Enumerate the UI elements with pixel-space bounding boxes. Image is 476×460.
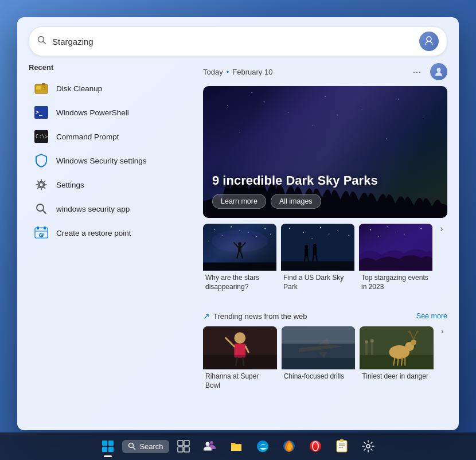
recent-item-disk-cleanup[interactable]: Disk Cleanup xyxy=(29,76,189,100)
svg-point-60 xyxy=(370,229,371,230)
taskbar-search-box[interactable]: Search xyxy=(122,440,169,453)
settings-icon xyxy=(361,439,375,453)
recent-item-security-app[interactable]: windows security app xyxy=(29,197,189,221)
hero-title: 9 incredible Dark Sky Parks xyxy=(212,173,438,188)
firefox-button[interactable] xyxy=(277,434,301,458)
recent-label-security-app: windows security app xyxy=(56,205,130,213)
news-card-china[interactable]: China-focused drills xyxy=(282,326,356,393)
recent-item-cmd[interactable]: C:\> Command Prompt xyxy=(29,124,189,149)
file-explorer-icon xyxy=(229,439,243,453)
date-value: February 10 xyxy=(232,68,272,76)
svg-rect-76 xyxy=(282,327,356,344)
svg-point-93 xyxy=(365,340,368,344)
svg-point-26 xyxy=(248,232,248,233)
hero-card[interactable]: 9 incredible Dark Sky Parks Learn more A… xyxy=(203,86,447,218)
svg-point-63 xyxy=(420,228,422,229)
shield-icon xyxy=(33,153,49,169)
profile-avatar xyxy=(430,63,447,80)
svg-point-33 xyxy=(212,229,268,252)
svg-point-65 xyxy=(395,232,396,233)
image-grid-next-arrow[interactable]: › xyxy=(436,224,447,234)
learn-more-button[interactable]: Learn more xyxy=(212,194,266,209)
svg-point-117 xyxy=(366,445,370,448)
news-grid: Rihanna at Super Bowl xyxy=(203,326,434,393)
all-images-button[interactable]: All images xyxy=(271,194,321,209)
news-card-deer[interactable]: Tiniest deer in danger xyxy=(360,326,434,393)
teams-icon xyxy=(203,439,217,453)
svg-line-90 xyxy=(402,358,403,365)
recent-item-settings[interactable]: Settings xyxy=(29,173,189,197)
image-grid: Why are the stars disappearing? xyxy=(203,224,432,294)
start-button[interactable] xyxy=(96,434,120,458)
svg-point-24 xyxy=(214,229,215,231)
recent-item-restore[interactable]: Create a restore point xyxy=(29,221,189,245)
recent-label-powershell: Windows PowerShell xyxy=(56,108,129,117)
taskbar-settings-button[interactable] xyxy=(356,434,380,458)
svg-rect-75 xyxy=(282,358,356,369)
svg-line-36 xyxy=(234,243,238,247)
notepad-button[interactable] xyxy=(330,434,354,458)
svg-point-34 xyxy=(238,242,241,245)
teams-button[interactable] xyxy=(198,434,222,458)
task-view-icon xyxy=(177,440,190,453)
see-more-button[interactable]: See more xyxy=(416,312,447,320)
opera-button[interactable] xyxy=(303,434,327,458)
recent-label-security-settings: Windows Security settings xyxy=(56,157,147,165)
svg-point-46 xyxy=(348,235,349,236)
svg-point-31 xyxy=(208,241,209,241)
recent-label-settings: Settings xyxy=(56,181,84,189)
svg-rect-16 xyxy=(37,227,39,229)
svg-point-28 xyxy=(223,235,223,236)
task-view-button[interactable] xyxy=(171,434,196,458)
news-label-rihanna: Rihanna at Super Bowl xyxy=(203,369,277,393)
news-label-deer: Tiniest deer in danger xyxy=(360,369,434,384)
svg-rect-50 xyxy=(305,248,308,256)
svg-line-37 xyxy=(241,243,245,247)
recent-label-restore: Create a restore point xyxy=(56,229,131,237)
image-label-dark-sky-park: Find a US Dark Sky Park xyxy=(281,271,354,294)
search-window: Recent Disk Cleanup xyxy=(17,17,459,430)
svg-rect-57 xyxy=(281,262,354,271)
recent-label-cmd: Command Prompt xyxy=(56,132,119,141)
svg-point-62 xyxy=(404,234,404,235)
trending-icon: ↗ xyxy=(203,311,210,321)
svg-text:C:\>: C:\> xyxy=(36,134,48,139)
recent-item-security-settings[interactable]: Windows Security settings xyxy=(29,149,189,173)
news-grid-next-arrow[interactable]: › xyxy=(437,326,447,336)
taskbar: Search xyxy=(0,432,476,460)
date-text: Today • February 10 xyxy=(203,68,272,76)
image-label-stars: Why are the stars disappearing? xyxy=(203,271,276,294)
edge-icon xyxy=(256,439,270,453)
svg-point-81 xyxy=(411,340,416,345)
image-card-stargazing-events[interactable]: Top stargazing events in 2023 xyxy=(359,224,432,294)
trending-label: Trending news from the web xyxy=(213,312,307,321)
svg-rect-104 xyxy=(178,447,183,452)
image-card-dark-sky-park[interactable]: Find a US Dark Sky Park xyxy=(281,224,354,294)
svg-point-67 xyxy=(234,332,245,344)
svg-rect-116 xyxy=(340,439,344,442)
edge-button[interactable] xyxy=(251,434,275,458)
search-input[interactable] xyxy=(52,37,419,46)
recent-item-powershell[interactable]: >_ Windows PowerShell xyxy=(29,100,189,124)
svg-line-1 xyxy=(44,42,46,44)
news-card-rihanna[interactable]: Rihanna at Super Bowl xyxy=(203,326,277,393)
search-bar[interactable] xyxy=(29,26,447,56)
svg-text:>_: >_ xyxy=(36,109,43,116)
notepad-icon xyxy=(335,439,349,453)
svg-point-64 xyxy=(379,236,379,237)
svg-rect-92 xyxy=(365,344,368,355)
file-explorer-button[interactable] xyxy=(224,434,248,458)
svg-rect-97 xyxy=(108,440,114,446)
svg-rect-99 xyxy=(108,447,114,452)
svg-point-32 xyxy=(270,234,271,235)
hero-buttons: Learn more All images xyxy=(212,194,438,209)
svg-rect-17 xyxy=(44,227,46,229)
taskbar-search-icon xyxy=(128,442,136,450)
image-card-stars[interactable]: Why are the stars disappearing? xyxy=(203,224,276,294)
svg-point-44 xyxy=(320,227,321,228)
svg-point-45 xyxy=(337,231,338,231)
search-icon xyxy=(37,36,46,47)
svg-rect-98 xyxy=(102,447,107,452)
more-options-button[interactable]: ··· xyxy=(408,63,426,80)
svg-point-5 xyxy=(44,87,45,88)
